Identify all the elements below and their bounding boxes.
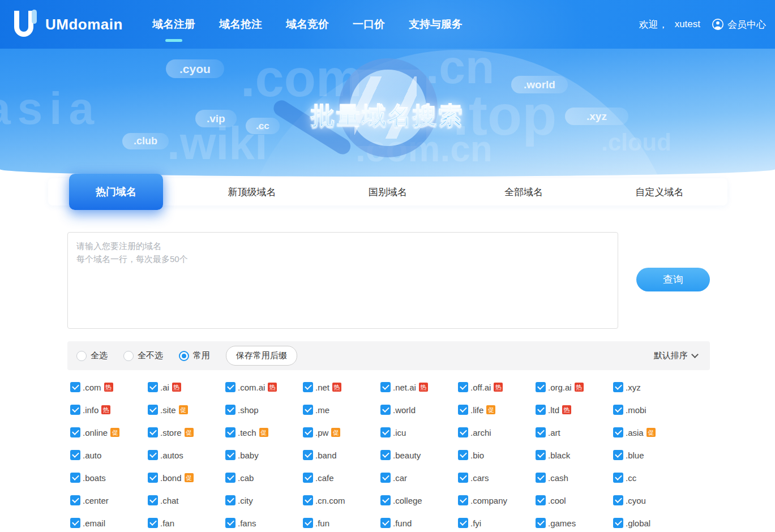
checkbox-checked-icon[interactable] xyxy=(148,473,158,483)
checkbox-checked-icon[interactable] xyxy=(148,427,158,437)
domain-checkbox-item[interactable]: .icu xyxy=(380,421,458,444)
domain-checkbox-item[interactable]: .city xyxy=(225,489,303,512)
tab-1[interactable]: 新顶级域名 xyxy=(228,186,276,199)
domain-checkbox-item[interactable]: .archi xyxy=(458,421,536,444)
domain-checkbox-item[interactable]: .games xyxy=(536,512,613,532)
domain-checkbox-item[interactable]: .cars xyxy=(458,466,536,489)
domain-checkbox-item[interactable]: .college xyxy=(380,489,458,512)
checkbox-checked-icon[interactable] xyxy=(303,495,313,505)
domain-checkbox-item[interactable]: .band xyxy=(303,444,380,466)
domain-checkbox-item[interactable]: .company xyxy=(458,489,536,512)
domain-checkbox-item[interactable]: .center xyxy=(70,489,148,512)
checkbox-checked-icon[interactable] xyxy=(380,473,391,483)
domain-checkbox-item[interactable]: .org.ai热 xyxy=(536,376,613,398)
domain-checkbox-item[interactable]: .mobi xyxy=(613,398,691,421)
domain-checkbox-item[interactable]: .cn.com xyxy=(303,489,380,512)
nav-item-0[interactable]: 域名注册 xyxy=(152,0,195,49)
domain-checkbox-item[interactable]: .net.ai热 xyxy=(380,376,458,398)
checkbox-checked-icon[interactable] xyxy=(303,518,313,528)
domain-checkbox-item[interactable]: .bond促 xyxy=(148,466,225,489)
nav-item-1[interactable]: 域名抢注 xyxy=(219,0,262,49)
domain-checkbox-item[interactable]: .me xyxy=(303,398,380,421)
checkbox-checked-icon[interactable] xyxy=(458,405,468,415)
checkbox-checked-icon[interactable] xyxy=(148,405,158,415)
domain-checkbox-item[interactable]: .world xyxy=(380,398,458,421)
domain-checkbox-item[interactable]: .asia促 xyxy=(613,421,691,444)
checkbox-checked-icon[interactable] xyxy=(225,518,236,528)
domain-checkbox-item[interactable]: .xyz xyxy=(613,376,691,398)
domain-checkbox-item[interactable]: .cool xyxy=(536,489,613,512)
checkbox-checked-icon[interactable] xyxy=(380,427,391,437)
tab-active-0[interactable]: 热门域名 xyxy=(69,174,163,210)
checkbox-checked-icon[interactable] xyxy=(536,450,546,460)
domain-checkbox-item[interactable]: .email xyxy=(70,512,148,532)
domain-checkbox-item[interactable]: .ai热 xyxy=(148,376,225,398)
domain-checkbox-item[interactable]: .net热 xyxy=(303,376,380,398)
domain-checkbox-item[interactable]: .pw促 xyxy=(303,421,380,444)
radio-option-2[interactable]: 常用 xyxy=(179,350,210,361)
domain-checkbox-item[interactable]: .site促 xyxy=(148,398,225,421)
checkbox-checked-icon[interactable] xyxy=(536,382,546,392)
nav-item-2[interactable]: 域名竞价 xyxy=(286,0,329,49)
checkbox-checked-icon[interactable] xyxy=(458,518,468,528)
domain-checkbox-item[interactable]: .shop xyxy=(225,398,303,421)
domain-checkbox-item[interactable]: .cash xyxy=(536,466,613,489)
checkbox-checked-icon[interactable] xyxy=(613,473,623,483)
checkbox-checked-icon[interactable] xyxy=(225,382,236,392)
checkbox-checked-icon[interactable] xyxy=(458,495,468,505)
domain-checkbox-item[interactable]: .cc xyxy=(613,466,691,489)
checkbox-checked-icon[interactable] xyxy=(380,495,391,505)
checkbox-checked-icon[interactable] xyxy=(380,405,391,415)
checkbox-checked-icon[interactable] xyxy=(303,382,313,392)
checkbox-checked-icon[interactable] xyxy=(70,382,80,392)
checkbox-checked-icon[interactable] xyxy=(458,473,468,483)
checkbox-checked-icon[interactable] xyxy=(536,427,546,437)
checkbox-checked-icon[interactable] xyxy=(458,427,468,437)
logo[interactable]: UMdomain xyxy=(10,8,123,41)
checkbox-checked-icon[interactable] xyxy=(70,495,80,505)
domain-checkbox-item[interactable]: .fyi xyxy=(458,512,536,532)
domain-input-textarea[interactable] xyxy=(67,232,618,329)
domain-checkbox-item[interactable]: .boats xyxy=(70,466,148,489)
checkbox-checked-icon[interactable] xyxy=(458,450,468,460)
checkbox-checked-icon[interactable] xyxy=(613,405,623,415)
domain-checkbox-item[interactable]: .autos xyxy=(148,444,225,466)
nav-item-4[interactable]: 支持与服务 xyxy=(409,0,463,49)
domain-checkbox-item[interactable]: .tech促 xyxy=(225,421,303,444)
domain-checkbox-item[interactable]: .baby xyxy=(225,444,303,466)
checkbox-checked-icon[interactable] xyxy=(613,495,623,505)
checkbox-checked-icon[interactable] xyxy=(380,382,391,392)
checkbox-checked-icon[interactable] xyxy=(70,405,80,415)
domain-checkbox-item[interactable]: .fund xyxy=(380,512,458,532)
domain-checkbox-item[interactable]: .com.ai热 xyxy=(225,376,303,398)
checkbox-checked-icon[interactable] xyxy=(613,427,623,437)
domain-checkbox-item[interactable]: .cyou xyxy=(613,489,691,512)
domain-checkbox-item[interactable]: .store促 xyxy=(148,421,225,444)
tab-4[interactable]: 自定义域名 xyxy=(636,186,684,199)
username[interactable]: xutest xyxy=(675,19,700,30)
nav-item-3[interactable]: 一口价 xyxy=(353,0,385,49)
checkbox-checked-icon[interactable] xyxy=(380,450,391,460)
checkbox-checked-icon[interactable] xyxy=(70,427,80,437)
domain-checkbox-item[interactable]: .off.ai热 xyxy=(458,376,536,398)
checkbox-checked-icon[interactable] xyxy=(536,518,546,528)
checkbox-checked-icon[interactable] xyxy=(70,473,80,483)
member-center-link[interactable]: 会员中心 xyxy=(712,18,766,31)
domain-checkbox-item[interactable]: .auto xyxy=(70,444,148,466)
tab-3[interactable]: 全部域名 xyxy=(504,186,543,199)
checkbox-checked-icon[interactable] xyxy=(148,450,158,460)
domain-checkbox-item[interactable]: .art xyxy=(536,421,613,444)
domain-checkbox-item[interactable]: .car xyxy=(380,466,458,489)
checkbox-checked-icon[interactable] xyxy=(148,495,158,505)
checkbox-checked-icon[interactable] xyxy=(536,473,546,483)
domain-checkbox-item[interactable]: .bio xyxy=(458,444,536,466)
domain-checkbox-item[interactable]: .fun xyxy=(303,512,380,532)
domain-checkbox-item[interactable]: .com热 xyxy=(70,376,148,398)
checkbox-checked-icon[interactable] xyxy=(458,382,468,392)
save-suffix-button[interactable]: 保存常用后缀 xyxy=(226,346,297,366)
domain-checkbox-item[interactable]: .info热 xyxy=(70,398,148,421)
checkbox-checked-icon[interactable] xyxy=(536,495,546,505)
domain-checkbox-item[interactable]: .global xyxy=(613,512,691,532)
checkbox-checked-icon[interactable] xyxy=(303,405,313,415)
domain-checkbox-item[interactable]: .chat xyxy=(148,489,225,512)
